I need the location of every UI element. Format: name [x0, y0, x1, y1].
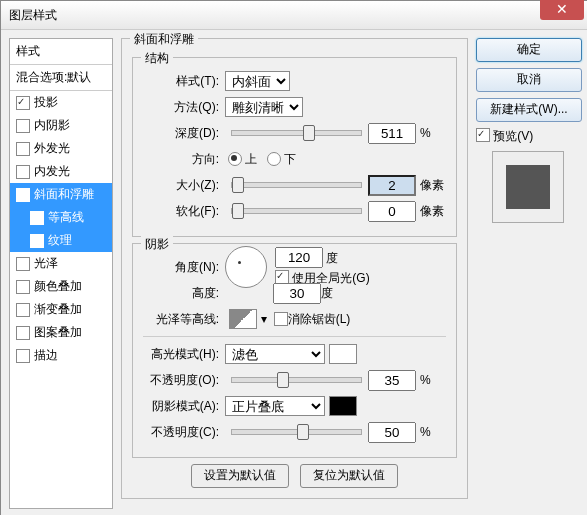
depth-slider[interactable] — [231, 130, 362, 136]
altitude-input[interactable] — [273, 283, 321, 304]
dialog-title: 图层样式 — [9, 7, 57, 24]
title-bar: 图层样式 ✕ — [1, 1, 587, 30]
checkbox-icon[interactable] — [16, 326, 30, 340]
shadow-mode-select[interactable]: 正片叠底 — [225, 396, 325, 416]
highlight-opacity-slider[interactable] — [231, 377, 362, 383]
shadow-color-swatch[interactable] — [329, 396, 357, 416]
sidebar-item-pattern-overlay[interactable]: 图案叠加 — [10, 321, 112, 344]
size-slider[interactable] — [231, 182, 362, 188]
reset-default-button[interactable]: 复位为默认值 — [300, 464, 398, 488]
close-button[interactable]: ✕ — [540, 0, 584, 20]
angle-input[interactable] — [275, 247, 323, 268]
sidebar-item-stroke[interactable]: 描边 — [10, 344, 112, 367]
shadow-opacity-slider[interactable] — [231, 429, 362, 435]
sidebar-item-gradient-overlay[interactable]: 渐变叠加 — [10, 298, 112, 321]
sidebar-item-satin[interactable]: 光泽 — [10, 252, 112, 275]
dropdown-icon[interactable]: ▾ — [261, 312, 267, 326]
checkbox-icon[interactable] — [16, 280, 30, 294]
style-list: 样式 混合选项:默认 投影 内阴影 外发光 内发光 斜面和浮雕 等高线 纹理 光… — [9, 38, 113, 509]
checkbox-icon[interactable] — [16, 349, 30, 363]
sidebar-item-bevel[interactable]: 斜面和浮雕 — [10, 183, 112, 206]
direction-down-radio[interactable] — [267, 152, 281, 166]
technique-select[interactable]: 雕刻清晰 — [225, 97, 303, 117]
checkbox-icon[interactable] — [16, 142, 30, 156]
sidebar-item-inner-shadow[interactable]: 内阴影 — [10, 114, 112, 137]
checkbox-icon[interactable] — [30, 234, 44, 248]
preview-checkbox[interactable] — [476, 128, 490, 142]
shadow-opacity-input[interactable] — [368, 422, 416, 443]
checkbox-icon[interactable] — [16, 119, 30, 133]
checkbox-icon[interactable] — [30, 211, 44, 225]
sidebar-item-contour[interactable]: 等高线 — [10, 206, 112, 229]
checkbox-icon[interactable] — [16, 165, 30, 179]
highlight-color-swatch[interactable] — [329, 344, 357, 364]
angle-dial[interactable] — [225, 246, 267, 288]
make-default-button[interactable]: 设置为默认值 — [191, 464, 289, 488]
highlight-opacity-input[interactable] — [368, 370, 416, 391]
shading-title: 阴影 — [141, 236, 173, 253]
ok-button[interactable]: 确定 — [476, 38, 582, 62]
checkbox-icon[interactable] — [16, 96, 30, 110]
sidebar-item-texture[interactable]: 纹理 — [10, 229, 112, 252]
sidebar-item-inner-glow[interactable]: 内发光 — [10, 160, 112, 183]
sidebar-header: 样式 — [10, 39, 112, 65]
sidebar-item-color-overlay[interactable]: 颜色叠加 — [10, 275, 112, 298]
soften-input[interactable] — [368, 201, 416, 222]
structure-title: 结构 — [141, 50, 173, 67]
highlight-mode-select[interactable]: 滤色 — [225, 344, 325, 364]
size-input[interactable] — [368, 175, 416, 196]
new-style-button[interactable]: 新建样式(W)... — [476, 98, 582, 122]
checkbox-icon[interactable] — [16, 188, 30, 202]
blend-options[interactable]: 混合选项:默认 — [10, 65, 112, 91]
checkbox-icon[interactable] — [16, 303, 30, 317]
antialias-checkbox[interactable] — [274, 312, 288, 326]
sidebar-item-outer-glow[interactable]: 外发光 — [10, 137, 112, 160]
soften-slider[interactable] — [231, 208, 362, 214]
preview-swatch — [492, 151, 564, 223]
depth-input[interactable] — [368, 123, 416, 144]
cancel-button[interactable]: 取消 — [476, 68, 582, 92]
panel-title: 斜面和浮雕 — [130, 31, 198, 48]
gloss-contour-picker[interactable] — [229, 309, 257, 329]
direction-up-radio[interactable] — [228, 152, 242, 166]
style-select[interactable]: 内斜面 — [225, 71, 290, 91]
sidebar-item-drop-shadow[interactable]: 投影 — [10, 91, 112, 114]
checkbox-icon[interactable] — [16, 257, 30, 271]
